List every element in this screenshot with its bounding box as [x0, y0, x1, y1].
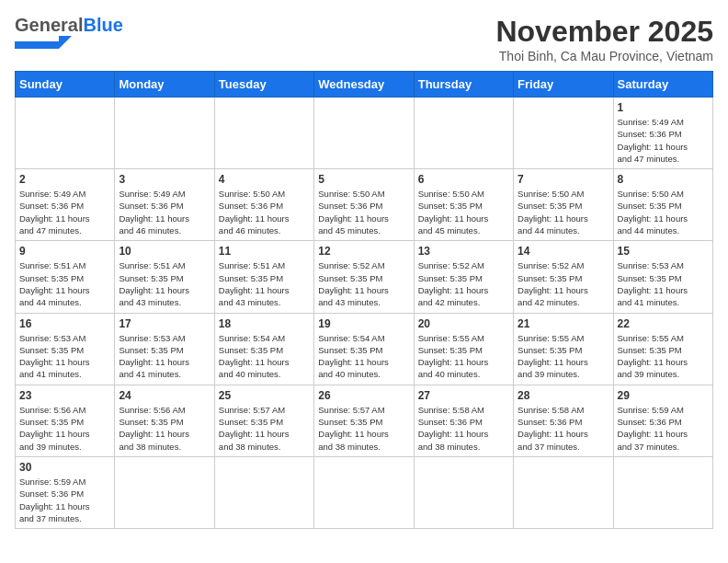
weekday-header-row: SundayMondayTuesdayWednesdayThursdayFrid… [16, 72, 713, 98]
weekday-header-tuesday: Tuesday [214, 72, 313, 98]
calendar-cell: 11Sunrise: 5:51 AM Sunset: 5:35 PM Dayli… [214, 241, 313, 313]
weekday-header-sunday: Sunday [16, 72, 115, 98]
day-info: Sunrise: 5:52 AM Sunset: 5:35 PM Dayligh… [418, 259, 509, 308]
calendar-cell [214, 456, 313, 528]
day-number: 30 [19, 461, 110, 474]
day-number: 12 [318, 245, 409, 258]
day-info: Sunrise: 5:49 AM Sunset: 5:36 PM Dayligh… [618, 116, 709, 165]
calendar-cell: 7Sunrise: 5:50 AM Sunset: 5:35 PM Daylig… [514, 169, 613, 241]
calendar-cell [514, 456, 613, 528]
day-info: Sunrise: 5:49 AM Sunset: 5:36 PM Dayligh… [19, 188, 110, 236]
calendar-cell: 30Sunrise: 5:59 AM Sunset: 5:36 PM Dayli… [16, 456, 115, 528]
day-number: 6 [418, 173, 509, 186]
calendar-cell: 14Sunrise: 5:52 AM Sunset: 5:35 PM Dayli… [514, 241, 613, 313]
day-number: 1 [618, 101, 709, 114]
calendar-cell: 4Sunrise: 5:50 AM Sunset: 5:36 PM Daylig… [214, 169, 313, 241]
day-number: 19 [318, 317, 409, 330]
day-number: 18 [219, 317, 310, 330]
calendar-cell: 29Sunrise: 5:59 AM Sunset: 5:36 PM Dayli… [613, 385, 712, 456]
day-info: Sunrise: 5:57 AM Sunset: 5:35 PM Dayligh… [318, 404, 409, 453]
day-number: 23 [19, 389, 110, 402]
day-info: Sunrise: 5:57 AM Sunset: 5:35 PM Dayligh… [219, 404, 310, 453]
calendar-table: SundayMondayTuesdayWednesdayThursdayFrid… [15, 71, 713, 529]
day-number: 14 [518, 245, 609, 258]
day-number: 13 [418, 245, 509, 258]
day-info: Sunrise: 5:51 AM Sunset: 5:35 PM Dayligh… [219, 259, 310, 308]
day-info: Sunrise: 5:55 AM Sunset: 5:35 PM Dayligh… [418, 332, 509, 381]
day-info: Sunrise: 5:51 AM Sunset: 5:35 PM Dayligh… [119, 259, 210, 308]
calendar-cell: 18Sunrise: 5:54 AM Sunset: 5:35 PM Dayli… [214, 313, 313, 385]
calendar-cell: 21Sunrise: 5:55 AM Sunset: 5:35 PM Dayli… [514, 313, 613, 385]
location: Thoi Binh, Ca Mau Province, Vietnam [495, 49, 713, 63]
day-info: Sunrise: 5:55 AM Sunset: 5:35 PM Dayligh… [618, 332, 709, 381]
day-info: Sunrise: 5:58 AM Sunset: 5:36 PM Dayligh… [418, 404, 509, 453]
day-info: Sunrise: 5:59 AM Sunset: 5:36 PM Dayligh… [618, 404, 709, 453]
calendar-body: 1Sunrise: 5:49 AM Sunset: 5:36 PM Daylig… [16, 98, 713, 529]
month-title: November 2025 [495, 15, 713, 49]
day-info: Sunrise: 5:51 AM Sunset: 5:35 PM Dayligh… [19, 259, 110, 308]
calendar-cell: 16Sunrise: 5:53 AM Sunset: 5:35 PM Dayli… [16, 313, 115, 385]
calendar-week-3: 9Sunrise: 5:51 AM Sunset: 5:35 PM Daylig… [16, 241, 713, 313]
day-number: 3 [119, 173, 210, 186]
day-info: Sunrise: 5:50 AM Sunset: 5:36 PM Dayligh… [318, 188, 409, 236]
day-info: Sunrise: 5:53 AM Sunset: 5:35 PM Dayligh… [19, 332, 110, 381]
logo-general-text: General [15, 15, 83, 36]
weekday-header-monday: Monday [115, 72, 214, 98]
day-info: Sunrise: 5:55 AM Sunset: 5:35 PM Dayligh… [518, 332, 609, 381]
weekday-header-saturday: Saturday [613, 72, 712, 98]
day-info: Sunrise: 5:53 AM Sunset: 5:35 PM Dayligh… [119, 332, 210, 381]
calendar-cell: 12Sunrise: 5:52 AM Sunset: 5:35 PM Dayli… [314, 241, 414, 313]
day-number: 4 [219, 173, 310, 186]
day-number: 26 [318, 389, 409, 402]
day-number: 8 [618, 173, 709, 186]
day-info: Sunrise: 5:53 AM Sunset: 5:35 PM Dayligh… [618, 259, 709, 308]
day-info: Sunrise: 5:50 AM Sunset: 5:35 PM Dayligh… [518, 188, 609, 236]
calendar-week-6: 30Sunrise: 5:59 AM Sunset: 5:36 PM Dayli… [16, 456, 713, 528]
day-info: Sunrise: 5:56 AM Sunset: 5:35 PM Dayligh… [19, 404, 110, 453]
calendar-cell: 3Sunrise: 5:49 AM Sunset: 5:36 PM Daylig… [115, 169, 214, 241]
title-area: November 2025 Thoi Binh, Ca Mau Province… [495, 15, 713, 63]
day-info: Sunrise: 5:52 AM Sunset: 5:35 PM Dayligh… [518, 259, 609, 308]
day-info: Sunrise: 5:54 AM Sunset: 5:35 PM Dayligh… [318, 332, 409, 381]
day-number: 25 [219, 389, 310, 402]
calendar-cell: 9Sunrise: 5:51 AM Sunset: 5:35 PM Daylig… [16, 241, 115, 313]
calendar-week-4: 16Sunrise: 5:53 AM Sunset: 5:35 PM Dayli… [16, 313, 713, 385]
calendar-cell: 19Sunrise: 5:54 AM Sunset: 5:35 PM Dayli… [314, 313, 414, 385]
day-number: 2 [19, 173, 110, 186]
calendar-cell: 20Sunrise: 5:55 AM Sunset: 5:35 PM Dayli… [414, 313, 513, 385]
calendar-cell: 27Sunrise: 5:58 AM Sunset: 5:36 PM Dayli… [414, 385, 513, 456]
calendar-cell: 2Sunrise: 5:49 AM Sunset: 5:36 PM Daylig… [16, 169, 115, 241]
day-number: 20 [418, 317, 509, 330]
calendar-cell: 15Sunrise: 5:53 AM Sunset: 5:35 PM Dayli… [613, 241, 712, 313]
calendar-cell: 13Sunrise: 5:52 AM Sunset: 5:35 PM Dayli… [414, 241, 513, 313]
day-number: 10 [119, 245, 210, 258]
calendar-cell: 17Sunrise: 5:53 AM Sunset: 5:35 PM Dayli… [115, 313, 214, 385]
calendar-cell: 6Sunrise: 5:50 AM Sunset: 5:35 PM Daylig… [414, 169, 513, 241]
day-info: Sunrise: 5:52 AM Sunset: 5:35 PM Dayligh… [318, 259, 409, 308]
calendar-cell [414, 456, 513, 528]
day-info: Sunrise: 5:58 AM Sunset: 5:36 PM Dayligh… [518, 404, 609, 453]
logo: General Blue [15, 15, 123, 49]
calendar-cell: 23Sunrise: 5:56 AM Sunset: 5:35 PM Dayli… [16, 385, 115, 456]
calendar-cell: 10Sunrise: 5:51 AM Sunset: 5:35 PM Dayli… [115, 241, 214, 313]
calendar-week-5: 23Sunrise: 5:56 AM Sunset: 5:35 PM Dayli… [16, 385, 713, 456]
day-info: Sunrise: 5:50 AM Sunset: 5:35 PM Dayligh… [618, 188, 709, 236]
calendar-week-1: 1Sunrise: 5:49 AM Sunset: 5:36 PM Daylig… [16, 98, 713, 169]
day-number: 15 [618, 245, 709, 258]
day-number: 16 [19, 317, 110, 330]
calendar-cell: 28Sunrise: 5:58 AM Sunset: 5:36 PM Dayli… [514, 385, 613, 456]
day-number: 27 [418, 389, 509, 402]
day-number: 22 [618, 317, 709, 330]
weekday-header-thursday: Thursday [414, 72, 513, 98]
day-number: 7 [518, 173, 609, 186]
day-number: 9 [19, 245, 110, 258]
header: General Blue November 2025 Thoi Binh, Ca… [15, 15, 713, 63]
day-info: Sunrise: 5:50 AM Sunset: 5:36 PM Dayligh… [219, 188, 310, 236]
day-info: Sunrise: 5:56 AM Sunset: 5:35 PM Dayligh… [119, 404, 210, 453]
weekday-header-friday: Friday [514, 72, 613, 98]
day-number: 21 [518, 317, 609, 330]
calendar-cell: 1Sunrise: 5:49 AM Sunset: 5:36 PM Daylig… [613, 98, 712, 169]
calendar-cell: 26Sunrise: 5:57 AM Sunset: 5:35 PM Dayli… [314, 385, 414, 456]
calendar-cell [214, 98, 313, 169]
calendar-cell: 24Sunrise: 5:56 AM Sunset: 5:35 PM Dayli… [115, 385, 214, 456]
